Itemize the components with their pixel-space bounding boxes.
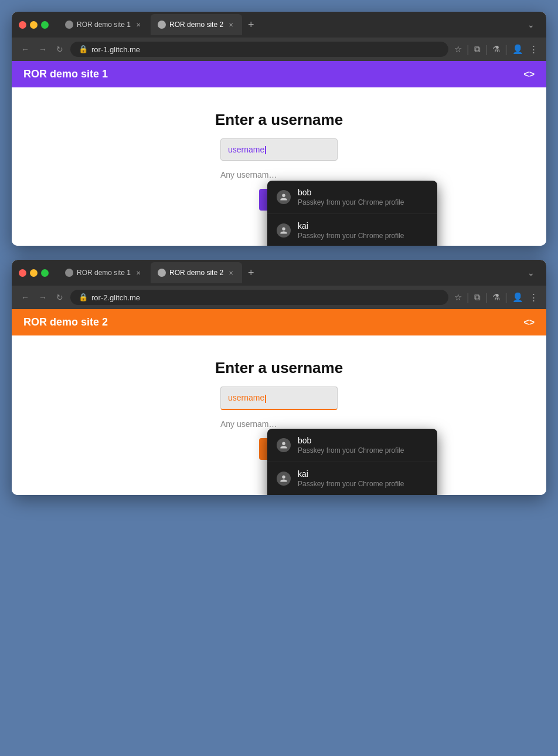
tab-2-site1[interactable]: ROR demo site 1 ✕ <box>58 262 149 283</box>
passkey-subtext-kai-2: Passkey from your Chrome profile <box>298 480 404 488</box>
tab-label-2a: ROR demo site 1 <box>77 269 131 277</box>
forward-button-2[interactable]: → <box>36 291 49 303</box>
traffic-lights-2 <box>19 269 49 277</box>
browser-window-2: ROR demo site 1 ✕ ROR demo site 2 ✕ + ⌄ … <box>12 260 546 494</box>
address-bar-1: ← → ↻ 🔒 ror-1.glitch.me ☆ | ⧉ | ⚗ | 👤 ⋮ <box>12 38 546 61</box>
cursor-1 <box>265 146 266 154</box>
menu-icon-2[interactable]: ⋮ <box>528 291 539 304</box>
back-button-2[interactable]: ← <box>19 291 32 303</box>
passkey-subtext-bob-2: Passkey from your Chrome profile <box>298 446 404 455</box>
address-actions-2: ☆ | ⧉ | ⚗ | 👤 ⋮ <box>453 291 539 304</box>
traffic-lights-1 <box>19 21 49 29</box>
tab-label-active: ROR demo site 2 <box>169 21 223 29</box>
flask-icon-2[interactable]: ⚗ <box>491 291 501 304</box>
profile-icon[interactable]: 👤 <box>511 43 525 56</box>
code-icon-1[interactable]: <> <box>523 69 535 80</box>
passkey-name-bob-2: bob <box>298 436 404 445</box>
tab-1-site2[interactable]: ROR demo site 2 ✕ <box>151 14 242 35</box>
minimize-button-2[interactable] <box>30 269 38 277</box>
url-text-2: ror-2.glitch.me <box>91 293 440 302</box>
maximize-button-2[interactable] <box>41 269 49 277</box>
site-header-1: ROR demo site 1 <> <box>12 61 546 87</box>
tab-label-2b: ROR demo site 2 <box>169 269 223 277</box>
passkey-item-bob-2[interactable]: bob Passkey from your Chrome profile <box>267 429 437 462</box>
reload-button-2[interactable]: ↻ <box>54 291 66 303</box>
tab-1-site1[interactable]: ROR demo site 1 ✕ <box>58 14 149 35</box>
forward-button[interactable]: → <box>36 43 49 55</box>
separator2: | <box>485 43 488 56</box>
username-field-2[interactable]: username <box>220 387 338 409</box>
tab-favicon-active <box>158 21 166 29</box>
lock-icon-2: 🔒 <box>79 293 88 302</box>
tab-favicon-2b <box>158 269 166 277</box>
separator-2a: | <box>467 291 469 304</box>
site-header-2: ROR demo site 2 <> <box>12 309 546 335</box>
separator-2c: | <box>505 291 508 304</box>
minimize-button[interactable] <box>30 21 38 29</box>
extensions-icon[interactable]: ⧉ <box>473 43 482 56</box>
cursor-2 <box>265 395 266 403</box>
url-text-1: ror-1.glitch.me <box>91 45 440 54</box>
code-icon-2[interactable]: <> <box>523 317 535 328</box>
separator-2b: | <box>485 291 488 304</box>
menu-icon[interactable]: ⋮ <box>528 43 539 56</box>
username-input-wrapper-2: username bob Passkey from your Chrome pr… <box>220 387 338 409</box>
page-title-2: Enter a username <box>215 359 343 377</box>
passkey-name-kai-2: kai <box>298 469 404 479</box>
new-tab-button-2[interactable]: + <box>243 267 259 278</box>
tab-close-2a[interactable]: ✕ <box>134 269 142 277</box>
tab-favicon <box>65 21 73 29</box>
passkey-info-bob-2: bob Passkey from your Chrome profile <box>298 436 404 455</box>
passkey-dropdown-2: bob Passkey from your Chrome profile kai… <box>267 429 437 494</box>
reload-button[interactable]: ↻ <box>54 43 66 55</box>
tabs-container-2: ROR demo site 1 ✕ ROR demo site 2 ✕ + ⌄ <box>58 262 539 283</box>
close-button-2[interactable] <box>19 269 26 277</box>
title-bar-2: ROR demo site 1 ✕ ROR demo site 2 ✕ + ⌄ <box>12 260 546 286</box>
page-content-1: Enter a username username bob Passkey fr… <box>12 87 546 246</box>
user-icon-bob-1 <box>277 190 291 204</box>
passkey-subtext-kai-1: Passkey from your Chrome profile <box>298 232 404 240</box>
site-title-2: ROR demo site 2 <box>23 316 108 328</box>
passkey-subtext-bob-1: Passkey from your Chrome profile <box>298 198 404 206</box>
tab-close-icon[interactable]: ✕ <box>134 21 142 29</box>
tab-close-icon-active[interactable]: ✕ <box>227 21 235 29</box>
page-title-1: Enter a username <box>215 111 343 129</box>
bookmark-icon-2[interactable]: ☆ <box>453 291 463 304</box>
username-input-wrapper-1: username bob Passkey from your Chrome pr… <box>220 138 338 161</box>
tabs-dropdown-button[interactable]: ⌄ <box>523 20 539 29</box>
tab-close-2b[interactable]: ✕ <box>227 269 235 277</box>
hint-text-1: Any usernam… <box>220 170 277 179</box>
flask-icon[interactable]: ⚗ <box>491 43 501 56</box>
title-bar-1: ROR demo site 1 ✕ ROR demo site 2 ✕ + ⌄ <box>12 12 546 38</box>
lock-icon: 🔒 <box>79 45 88 54</box>
username-field-1[interactable]: username <box>220 138 338 161</box>
passkey-info-bob-1: bob Passkey from your Chrome profile <box>298 188 404 206</box>
hint-text-2: Any usernam… <box>220 419 277 429</box>
tab-2-site2[interactable]: ROR demo site 2 ✕ <box>151 262 242 283</box>
tab-label: ROR demo site 1 <box>77 21 131 29</box>
passkey-name-bob-1: bob <box>298 188 404 197</box>
new-tab-button[interactable]: + <box>243 19 259 30</box>
bookmark-icon[interactable]: ☆ <box>453 43 463 56</box>
tabs-container-1: ROR demo site 1 ✕ ROR demo site 2 ✕ + ⌄ <box>58 14 539 35</box>
passkey-item-bob-1[interactable]: bob Passkey from your Chrome profile <box>267 181 437 214</box>
page-content-2: Enter a username username bob Passkey fr… <box>12 335 546 494</box>
address-input-1[interactable]: 🔒 ror-1.glitch.me <box>70 42 448 57</box>
user-icon-kai-2 <box>277 472 291 486</box>
browser-window-1: ROR demo site 1 ✕ ROR demo site 2 ✕ + ⌄ … <box>12 12 546 246</box>
address-bar-2: ← → ↻ 🔒 ror-2.glitch.me ☆ | ⧉ | ⚗ | 👤 ⋮ <box>12 286 546 309</box>
passkey-info-kai-2: kai Passkey from your Chrome profile <box>298 469 404 488</box>
passkey-dropdown-1: bob Passkey from your Chrome profile kai… <box>267 181 437 246</box>
separator3: | <box>505 43 508 56</box>
passkey-item-kai-1[interactable]: kai Passkey from your Chrome profile <box>267 214 437 246</box>
close-button[interactable] <box>19 21 26 29</box>
maximize-button[interactable] <box>41 21 49 29</box>
address-input-2[interactable]: 🔒 ror-2.glitch.me <box>70 290 448 305</box>
passkey-info-kai-1: kai Passkey from your Chrome profile <box>298 221 404 240</box>
passkey-item-kai-2[interactable]: kai Passkey from your Chrome profile <box>267 462 437 494</box>
back-button[interactable]: ← <box>19 43 32 55</box>
tabs-dropdown-button-2[interactable]: ⌄ <box>523 268 539 277</box>
profile-icon-2[interactable]: 👤 <box>511 291 525 304</box>
extensions-icon-2[interactable]: ⧉ <box>473 291 482 304</box>
address-actions-1: ☆ | ⧉ | ⚗ | 👤 ⋮ <box>453 43 539 56</box>
